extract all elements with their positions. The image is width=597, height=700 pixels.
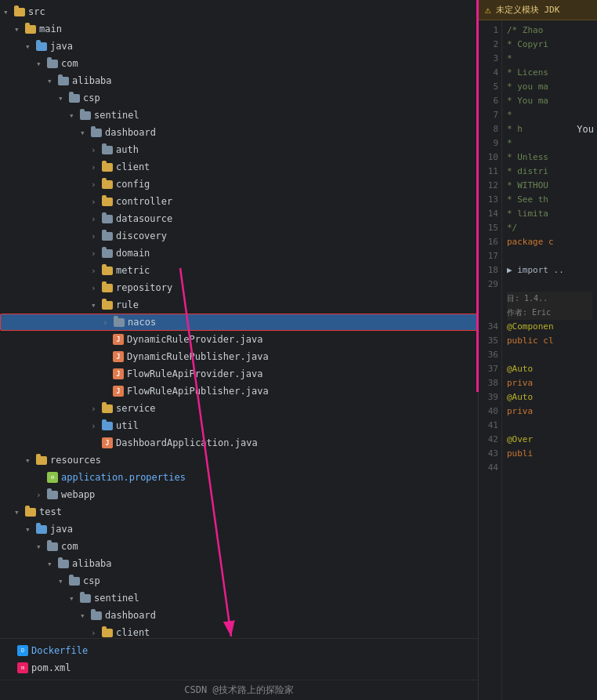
- tree-item-dashboard2[interactable]: ▾dashboard: [0, 607, 478, 624]
- expand-arrow[interactable]: ›: [91, 404, 102, 414]
- expand-arrow[interactable]: ›: [91, 248, 102, 259]
- tree-item-domain[interactable]: ›domain: [0, 245, 478, 262]
- expand-arrow[interactable]: ▾: [58, 93, 69, 103]
- tree-item-repository[interactable]: ›repository: [0, 279, 478, 296]
- expand-arrow[interactable]: ›: [36, 490, 47, 500]
- folder-yellow-icon: [102, 267, 113, 275]
- jdk-banner[interactable]: ⚠ 未定义模块 JDK: [479, 0, 597, 20]
- tree-item-controller[interactable]: ›controller: [0, 193, 478, 210]
- pomxml-item[interactable]: m pom.xml: [0, 659, 478, 676]
- code-line: package c: [507, 235, 592, 249]
- watermark-text: CSDN @技术路上的探险家: [184, 684, 293, 695]
- tree-item-src[interactable]: ▾src: [0, 3, 478, 20]
- java-file-icon: J: [113, 334, 124, 345]
- expand-arrow[interactable]: ▾: [58, 576, 69, 586]
- tree-item-label: DynamicRulePublisher.java: [127, 351, 269, 362]
- tree-item-discovery[interactable]: ›discovery: [0, 227, 478, 245]
- line-number: 13: [480, 193, 498, 207]
- expand-arrow[interactable]: ▾: [69, 111, 80, 121]
- tree-item-csp2[interactable]: ▾csp: [0, 572, 478, 589]
- tree-item-java2[interactable]: ▾java: [0, 520, 478, 538]
- expand-arrow[interactable]: ▾: [47, 559, 58, 569]
- folder-plain-icon: [80, 111, 91, 120]
- tree-item-util1[interactable]: ›util: [0, 417, 478, 434]
- folder-plain-icon: [58, 77, 69, 85]
- tree-item-label: sentinel: [94, 593, 139, 604]
- expand-arrow[interactable]: ›: [91, 214, 102, 224]
- tree-item-auth[interactable]: ›auth: [0, 141, 478, 158]
- tree-item-FlowRuleApiProvider[interactable]: JFlowRuleApiProvider.java: [0, 365, 478, 383]
- expand-arrow[interactable]: ›: [91, 162, 102, 172]
- tree-item-client2[interactable]: ›client: [0, 624, 478, 638]
- folder-plain-icon: [47, 60, 58, 68]
- expand-arrow[interactable]: ›: [91, 231, 102, 241]
- expand-arrow[interactable]: ▾: [25, 455, 36, 466]
- tree-item-alibaba2[interactable]: ▾alibaba: [0, 555, 478, 572]
- line-number: 1: [480, 24, 498, 38]
- tree-item-label: service: [116, 403, 156, 414]
- expand-arrow[interactable]: ▾: [14, 507, 25, 517]
- expand-arrow[interactable]: ›: [91, 180, 102, 190]
- expand-arrow[interactable]: ▾: [47, 76, 58, 86]
- code-line: priva: [507, 376, 592, 390]
- expand-arrow[interactable]: ›: [91, 421, 102, 431]
- tree-item-metric[interactable]: ›metric: [0, 262, 478, 279]
- tree-item-nacos1[interactable]: ›nacos: [0, 314, 478, 331]
- tree-item-DashboardApplication[interactable]: JDashboardApplication.java: [0, 434, 478, 452]
- line-numbers: 1234567891011121314151617182934353637383…: [479, 20, 502, 700]
- expand-arrow[interactable]: ▾: [80, 128, 91, 138]
- folder-plain-icon: [91, 611, 102, 620]
- expand-arrow[interactable]: ▾: [3, 7, 14, 17]
- tree-item-resources[interactable]: ▾resources: [0, 452, 478, 469]
- expand-arrow[interactable]: ▾: [14, 24, 25, 34]
- tree-item-webapp[interactable]: ›webapp: [0, 486, 478, 503]
- folder-plain-icon: [58, 560, 69, 568]
- java-file-icon: J: [113, 368, 124, 379]
- tree-item-label: dashboard: [105, 610, 156, 621]
- expand-arrow[interactable]: ›: [91, 628, 102, 638]
- expand-arrow[interactable]: ›: [91, 145, 102, 155]
- tree-item-sentinel1[interactable]: ▾sentinel: [0, 107, 478, 124]
- expand-arrow[interactable]: ›: [91, 197, 102, 207]
- tree-item-label: client: [116, 627, 150, 638]
- expand-arrow[interactable]: ›: [91, 266, 102, 276]
- expand-arrow[interactable]: ▾: [36, 59, 47, 69]
- folder-plain-icon: [102, 215, 113, 223]
- tree-item-datasource[interactable]: ›datasource: [0, 210, 478, 227]
- expand-arrow[interactable]: ▾: [80, 611, 91, 621]
- line-number: 44: [480, 461, 498, 475]
- line-number: [480, 292, 498, 306]
- dockerfile-item[interactable]: D Dockerfile: [0, 642, 478, 659]
- file-tree-panel: ▾src▾main▾java▾com▾alibaba▾csp▾sentinel▾…: [0, 0, 478, 700]
- expand-arrow[interactable]: ▾: [36, 542, 47, 552]
- folder-plain-icon: [80, 594, 91, 603]
- tree-item-dashboard1[interactable]: ▾dashboard: [0, 124, 478, 141]
- tree-item-service1[interactable]: ›service: [0, 400, 478, 417]
- expand-arrow[interactable]: ▾: [25, 42, 36, 52]
- expand-arrow[interactable]: ›: [91, 283, 102, 293]
- line-number: 11: [480, 165, 498, 179]
- expand-arrow[interactable]: ›: [103, 317, 114, 328]
- expand-arrow[interactable]: ▾: [69, 593, 80, 604]
- tree-item-DynamicRulePublisher[interactable]: JDynamicRulePublisher.java: [0, 348, 478, 365]
- line-number: 10: [480, 151, 498, 165]
- tree-item-alibaba1[interactable]: ▾alibaba: [0, 72, 478, 89]
- tree-item-DynamicRuleProvider[interactable]: JDynamicRuleProvider.java: [0, 331, 478, 348]
- tree-item-test1[interactable]: ▾test: [0, 503, 478, 520]
- tree-item-FlowRuleApiPublisher[interactable]: JFlowRuleApiPublisher.java: [0, 383, 478, 400]
- folder-plain-icon: [102, 146, 113, 154]
- tree-item-com1[interactable]: ▾com: [0, 55, 478, 72]
- tree-item-main[interactable]: ▾main: [0, 20, 478, 38]
- tree-item-sentinel2[interactable]: ▾sentinel: [0, 589, 478, 607]
- tree-item-csp1[interactable]: ▾csp: [0, 89, 478, 107]
- tree-item-rule1[interactable]: ▾rule: [0, 296, 478, 314]
- folder-yellow-icon: [102, 198, 113, 206]
- expand-arrow[interactable]: ▾: [91, 300, 102, 310]
- tree-item-config[interactable]: ›config: [0, 176, 478, 193]
- tree-item-com2[interactable]: ▾com: [0, 538, 478, 555]
- tree-item-client[interactable]: ›client: [0, 158, 478, 176]
- tree-item-label: repository: [116, 282, 172, 293]
- expand-arrow[interactable]: ▾: [25, 524, 36, 535]
- tree-item-application_props[interactable]: ⚙application.properties: [0, 469, 478, 486]
- tree-item-java[interactable]: ▾java: [0, 38, 478, 55]
